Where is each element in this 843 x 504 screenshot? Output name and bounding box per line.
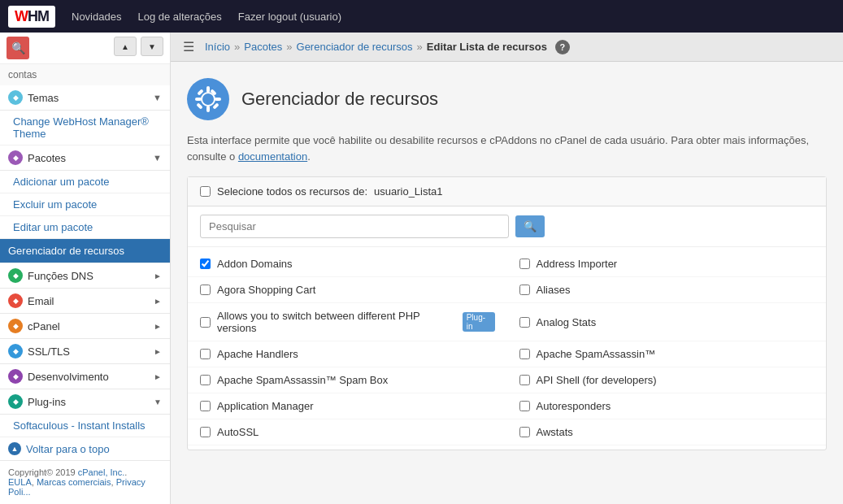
sidebar-item-pacotes[interactable]: ◆ Pacotes ▼ [0, 146, 170, 171]
breadcrumb-gerenciador[interactable]: Gerenciador de recursos [297, 41, 413, 53]
breadcrumb-inicio[interactable]: Início [205, 41, 230, 53]
documentation-link[interactable]: documentation [238, 150, 307, 163]
ssl-label: SSL/TLS [28, 345, 70, 358]
feature-name: Allows you to switch between different P… [217, 310, 452, 334]
funcoes-dns-label: Funções DNS [28, 270, 93, 282]
sidebar-down-arrow[interactable]: ▼ [141, 37, 163, 56]
search-button[interactable]: 🔍 [515, 215, 545, 237]
sidebar-item-cpanel[interactable]: ◆ cPanel ► [0, 314, 170, 339]
feature-checkbox[interactable] [200, 401, 211, 411]
feature-item: Apache SpamAssassin™ [507, 341, 827, 367]
plugins-toggle[interactable]: ▼ [154, 398, 162, 406]
nav-novidades[interactable]: Novidades [72, 11, 121, 23]
page-header: Gerenciador de recursos [187, 78, 827, 120]
feature-name: Awstats [537, 426, 573, 438]
dev-icon: ◆ [8, 369, 23, 384]
plugins-icon: ◆ [8, 394, 23, 409]
sidebar-item-temas[interactable]: ◆ Temas ▼ [0, 85, 170, 111]
sidebar-item-funcoes-dns[interactable]: ◆ Funções DNS ► [0, 263, 170, 289]
features-grid: Addon DomainsAddress ImporterAgora Shopp… [188, 247, 826, 450]
ssl-icon: ◆ [8, 344, 23, 358]
feature-item: Aliases [507, 277, 827, 303]
feature-checkbox[interactable] [519, 259, 530, 269]
feature-item: API Shell (for developers) [507, 367, 827, 393]
plugins-label: Plug-ins [28, 396, 66, 408]
feature-checkbox[interactable] [519, 401, 530, 411]
feature-name: Addon Domains [217, 258, 293, 270]
gerenciador-icon [187, 78, 229, 120]
main-layout: 🔍 ▲ ▼ contas ◆ Temas ▼ Change WebHost Ma… [0, 33, 843, 504]
eula-link[interactable]: EULA [8, 477, 32, 487]
svg-rect-3 [206, 106, 210, 112]
feature-item: Awstats [507, 419, 827, 445]
pacotes-toggle[interactable]: ▼ [153, 153, 162, 163]
gerenciador-label: Gerenciador de recursos [8, 245, 124, 257]
email-label: Email [28, 295, 54, 307]
nav-logout[interactable]: Fazer logout (usuario) [238, 11, 341, 23]
sidebar-controls: 🔍 ▲ ▼ [0, 33, 170, 64]
sidebar-link-editar-pacote[interactable]: Editar um pacote [0, 216, 170, 239]
feature-name: Address Importer [537, 258, 618, 270]
sidebar-up-arrow[interactable]: ▲ [114, 37, 137, 56]
pacotes-icon: ◆ [8, 150, 23, 165]
help-icon[interactable]: ? [555, 40, 570, 54]
breadcrumb-pacotes[interactable]: Pacotes [244, 41, 282, 53]
dns-arrow[interactable]: ► [154, 272, 162, 280]
sidebar-link-excluir-pacote[interactable]: Excluir um pacote [0, 193, 170, 216]
dns-icon: ◆ [8, 268, 23, 283]
svg-point-0 [187, 78, 229, 120]
feature-checkbox[interactable] [519, 427, 530, 437]
cpanel-arrow[interactable]: ► [154, 322, 162, 331]
feature-item: Allows you to switch between different P… [188, 303, 507, 341]
search-input[interactable] [200, 215, 509, 238]
feature-checkbox[interactable] [200, 285, 211, 295]
feature-name: Analog Stats [537, 316, 597, 328]
page-content: Gerenciador de recursos Esta interface p… [171, 62, 843, 467]
voltar-label: Voltar para o topo [26, 443, 110, 455]
page-title: Gerenciador de recursos [241, 89, 438, 110]
cpanel-inc-link[interactable]: cPanel, Inc. [78, 467, 124, 477]
sidebar-search-button[interactable]: 🔍 [7, 37, 29, 59]
feature-checkbox[interactable] [200, 427, 211, 437]
sidebar-link-softaculous[interactable]: Softaculous - Instant Installs [0, 415, 170, 437]
feature-item: Autoresponders [507, 393, 827, 419]
sidebar-link-adicionar-pacote[interactable]: Adicionar um pacote [0, 171, 170, 193]
feature-checkbox[interactable] [519, 375, 530, 385]
feature-checkbox[interactable] [200, 259, 211, 269]
feature-name: Apache SpamAssassin™ [537, 348, 656, 360]
feature-checkbox[interactable] [519, 349, 530, 359]
feature-item: Analog Stats [507, 303, 827, 341]
email-icon: ◆ [8, 293, 23, 308]
sidebar-item-gerenciador-recursos[interactable]: Gerenciador de recursos [0, 239, 170, 263]
breadcrumb: ☰ Início » Pacotes » Gerenciador de recu… [171, 33, 843, 62]
sidebar-item-ssl-tls[interactable]: ◆ SSL/TLS ► [0, 339, 170, 364]
sidebar-item-email[interactable]: ◆ Email ► [0, 289, 170, 314]
svg-rect-4 [195, 98, 202, 101]
feature-item: AutoSSL [188, 419, 507, 445]
hamburger-icon[interactable]: ☰ [183, 39, 194, 54]
search-row: 🔍 [188, 206, 826, 247]
sidebar-item-desenvolvimento[interactable]: ◆ Desenvolvimento ► [0, 364, 170, 389]
temas-icon: ◆ [8, 90, 23, 105]
select-all-checkbox[interactable] [200, 186, 211, 197]
ssl-arrow[interactable]: ► [154, 347, 162, 356]
sidebar-link-change-theme[interactable]: Change WebHost Manager® Theme [0, 111, 170, 146]
temas-label: Temas [28, 92, 59, 104]
temas-toggle[interactable]: ▼ [153, 93, 162, 102]
feature-name: AutoSSL [217, 426, 259, 438]
voltar-topo-button[interactable]: ▲ Voltar para o topo [0, 437, 170, 461]
cpanel-icon: ◆ [8, 319, 23, 333]
email-arrow[interactable]: ► [154, 297, 162, 306]
nav-log-alteracoes[interactable]: Log de alterações [137, 11, 221, 23]
feature-checkbox[interactable] [200, 349, 211, 359]
sidebar-item-plugins[interactable]: ◆ Plug-ins ▼ [0, 389, 170, 415]
feature-checkbox[interactable] [519, 285, 530, 295]
svg-rect-5 [215, 98, 221, 101]
feature-checkbox[interactable] [200, 375, 211, 385]
feature-checkbox[interactable] [519, 317, 530, 328]
feature-item: Address Importer [507, 251, 827, 277]
feature-item: Apache Handlers [188, 341, 507, 367]
marcas-link[interactable]: Marcas comerciais [37, 477, 111, 487]
feature-checkbox[interactable] [200, 317, 211, 328]
dev-arrow[interactable]: ► [154, 372, 162, 381]
